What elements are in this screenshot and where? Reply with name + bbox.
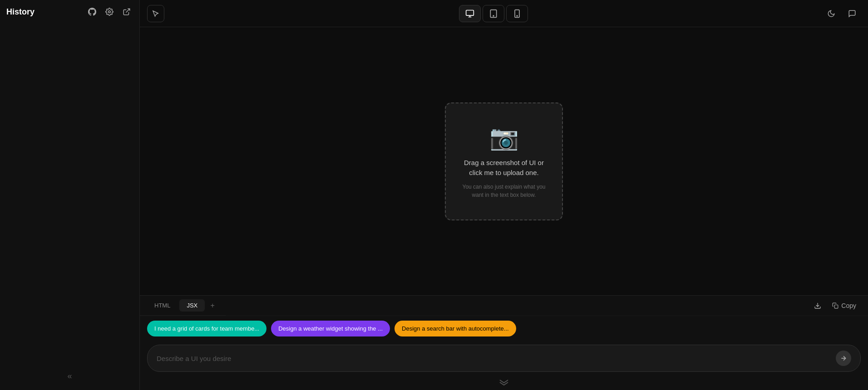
svg-point-5 bbox=[517, 15, 518, 16]
suggestion-chip-0[interactable]: I need a grid of cards for team membe... bbox=[147, 321, 266, 336]
suggestion-chip-1[interactable]: Design a weather widget showing the ... bbox=[271, 321, 390, 336]
svg-rect-1 bbox=[466, 10, 474, 15]
sidebar: History « bbox=[0, 0, 140, 390]
send-arrow-icon bbox=[840, 355, 847, 362]
copy-button[interactable]: Copy bbox=[828, 299, 861, 312]
mobile-icon bbox=[513, 9, 522, 18]
toolbar-right bbox=[823, 5, 861, 22]
describe-ui-input[interactable] bbox=[157, 355, 836, 362]
download-icon bbox=[814, 302, 821, 309]
view-mode-group bbox=[459, 5, 528, 22]
sidebar-icon-group bbox=[86, 5, 133, 18]
new-window-button[interactable] bbox=[120, 5, 133, 18]
sidebar-collapse-button[interactable]: « bbox=[67, 371, 72, 381]
svg-point-3 bbox=[493, 15, 494, 16]
toolbar-left bbox=[147, 5, 164, 22]
settings-icon bbox=[105, 8, 113, 16]
tab-jsx[interactable]: JSX bbox=[179, 299, 205, 312]
add-tab-button[interactable]: + bbox=[207, 300, 218, 312]
copy-label: Copy bbox=[841, 302, 856, 309]
mobile-view-button[interactable] bbox=[506, 5, 528, 22]
settings-button[interactable] bbox=[103, 5, 116, 18]
collapse-bottom-button[interactable] bbox=[499, 379, 509, 387]
upload-emoji-icon: 📷 bbox=[489, 124, 519, 151]
sidebar-collapse-icon: « bbox=[67, 371, 72, 380]
bottom-section: HTML JSX + Copy I need a bbox=[140, 295, 868, 390]
svg-rect-6 bbox=[835, 305, 838, 308]
download-button[interactable] bbox=[810, 298, 825, 313]
input-container bbox=[147, 345, 861, 372]
cursor-icon bbox=[152, 10, 160, 18]
chevron-down-double-icon bbox=[499, 379, 509, 385]
tab-bar: HTML JSX + bbox=[140, 296, 226, 316]
chevron-bottom-area bbox=[140, 377, 868, 390]
theme-toggle-button[interactable] bbox=[823, 5, 840, 22]
moon-icon bbox=[827, 10, 835, 18]
upload-main-text: Drag a screenshot of UI or click me to u… bbox=[457, 158, 551, 178]
tablet-icon bbox=[489, 9, 498, 18]
upload-drop-zone[interactable]: 📷 Drag a screenshot of UI or click me to… bbox=[445, 102, 563, 220]
input-row bbox=[140, 341, 868, 377]
tab-bar-actions: Copy bbox=[810, 298, 861, 313]
suggestion-chip-2[interactable]: Design a search bar with autocomplete... bbox=[395, 321, 516, 336]
cursor-tool-button[interactable] bbox=[147, 5, 164, 22]
upload-sub-text: You can also just explain what you want … bbox=[457, 183, 551, 199]
svg-point-0 bbox=[108, 11, 111, 13]
canvas-area: 📷 Drag a screenshot of UI or click me to… bbox=[140, 27, 868, 295]
desktop-icon bbox=[465, 9, 474, 18]
sidebar-title: History bbox=[6, 7, 35, 17]
send-button[interactable] bbox=[836, 351, 851, 366]
tab-bar-container: HTML JSX + Copy bbox=[140, 296, 868, 316]
main-panel: 📷 Drag a screenshot of UI or click me to… bbox=[140, 0, 868, 390]
tablet-view-button[interactable] bbox=[483, 5, 504, 22]
sidebar-header: History bbox=[0, 0, 139, 24]
suggestions-bar: I need a grid of cards for team membe...… bbox=[140, 316, 868, 341]
toolbar bbox=[140, 0, 868, 27]
chat-button[interactable] bbox=[843, 5, 861, 22]
chat-icon bbox=[848, 10, 856, 18]
github-button[interactable] bbox=[86, 5, 99, 18]
new-window-icon bbox=[123, 8, 131, 16]
desktop-view-button[interactable] bbox=[459, 5, 481, 22]
copy-icon bbox=[832, 302, 838, 309]
tab-html[interactable]: HTML bbox=[147, 299, 178, 312]
github-icon bbox=[88, 8, 96, 16]
